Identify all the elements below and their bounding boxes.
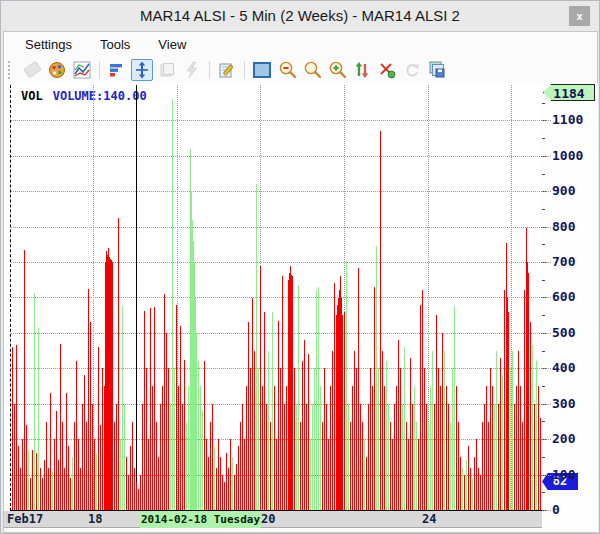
y-axis-minor-tick: [542, 457, 545, 458]
y-grid-stub: [542, 191, 551, 192]
save-image-icon[interactable]: [426, 59, 448, 81]
title-bar[interactable]: MAR14 ALSI - 5 Min (2 Weeks) - MAR14 ALS…: [1, 1, 599, 31]
up-down-arrows-icon[interactable]: [351, 59, 373, 81]
volume-bar: [364, 439, 365, 510]
volume-bar: [492, 386, 493, 510]
volume-bar: [412, 404, 413, 510]
y-grid-stub: [542, 227, 551, 228]
volume-bar: [180, 326, 181, 510]
close-button[interactable]: x: [569, 6, 590, 26]
bar-chart-icon[interactable]: [106, 59, 128, 81]
volume-bar: [116, 404, 117, 510]
y-axis-scale[interactable]: 1184 82 01002003004005006007008009001000…: [542, 83, 598, 513]
undo-icon: [401, 59, 423, 81]
volume-bar: [394, 404, 395, 510]
h-gridline: [11, 156, 542, 157]
volume-bar: [158, 457, 159, 510]
volume-bar: [494, 404, 495, 510]
volume-bar: [274, 386, 275, 510]
volume-bar: [304, 340, 305, 510]
volume-bar: [428, 422, 429, 511]
volume-bar: [242, 404, 243, 510]
volume-bar: [388, 404, 389, 510]
volume-bar: [482, 422, 483, 511]
volume-bar: [310, 439, 311, 510]
volume-bar: [352, 386, 353, 510]
volume-bar: [38, 328, 39, 510]
volume-bar: [188, 386, 189, 510]
volume-bar: [220, 457, 221, 510]
volume-bar: [308, 354, 309, 510]
volume-bar: [124, 404, 125, 510]
toolbar-grip[interactable]: [8, 61, 14, 79]
volume-bar: [486, 386, 487, 510]
volume-bar: [326, 404, 327, 510]
data-points-icon[interactable]: [376, 59, 398, 81]
volume-bar: [234, 475, 235, 510]
palette-icon[interactable]: [46, 59, 68, 81]
volume-bar: [78, 439, 79, 510]
volume-bar: [266, 404, 267, 510]
menu-item-tools[interactable]: Tools: [100, 37, 130, 52]
edit-icon[interactable]: [216, 59, 238, 81]
volume-bar: [346, 261, 347, 510]
volume-bar: [438, 368, 439, 510]
volume-bar: [32, 450, 33, 510]
volume-bar: [128, 475, 129, 510]
price-tag-icon: [21, 59, 43, 81]
y-axis-label: 700: [552, 254, 575, 269]
menu-item-view[interactable]: View: [158, 37, 186, 52]
volume-bar: [86, 422, 87, 511]
volume-bar: [344, 312, 345, 510]
menu-item-settings[interactable]: Settings: [25, 37, 72, 52]
volume-bar: [474, 457, 475, 510]
auto-scale-icon[interactable]: [131, 59, 153, 81]
lightning-icon: [181, 59, 203, 81]
volume-bar: [524, 290, 525, 510]
zoom-box-icon[interactable]: [251, 59, 273, 81]
x-axis-scale[interactable]: 2014-02-18 Tuesday Feb17182024: [4, 511, 542, 528]
volume-bar: [476, 439, 477, 510]
volume-bar: [278, 321, 279, 511]
volume-bar: [138, 489, 139, 510]
volume-bar: [488, 422, 489, 511]
zoom-in-icon[interactable]: [326, 59, 348, 81]
y-axis-minor-tick: [542, 280, 545, 281]
volume-bar: [442, 333, 443, 510]
volume-bar: [228, 468, 229, 511]
volume-bar: [416, 422, 417, 511]
volume-bar: [92, 404, 93, 510]
volume-bar: [362, 422, 363, 511]
volume-bar: [414, 386, 415, 510]
y-axis-minor-tick: [542, 174, 545, 175]
volume-bar: [538, 386, 539, 510]
y-axis-label: 400: [552, 360, 575, 375]
chart-settings-icon[interactable]: [71, 59, 93, 81]
y-grid-stub: [542, 475, 551, 476]
volume-bar: [460, 457, 461, 510]
y-grid-stub: [542, 262, 551, 263]
y-axis-minor-tick: [542, 315, 545, 316]
volume-bar: [218, 439, 219, 510]
volume-bar: [142, 404, 143, 510]
volume-bar: [402, 404, 403, 510]
toolbar-separator: [244, 61, 245, 79]
volume-bar: [56, 411, 57, 510]
y-grid-stub: [542, 439, 551, 440]
zoom-out-icon[interactable]: [276, 59, 298, 81]
volume-bar: [176, 305, 177, 510]
volume-bar: [434, 404, 435, 510]
volume-bar: [40, 468, 41, 511]
volume-bar: [154, 307, 155, 510]
zoom-icon[interactable]: [301, 59, 323, 81]
y-axis-label: 500: [552, 325, 575, 340]
h-gridline: [11, 227, 542, 228]
volume-bar: [400, 368, 401, 510]
volume-bar: [120, 439, 121, 510]
volume-bar: [502, 375, 503, 510]
volume-bar: [48, 468, 49, 511]
volume-bar: [256, 184, 257, 510]
y-axis-label: 0: [552, 502, 560, 517]
volume-bar: [112, 262, 113, 510]
volume-plot[interactable]: VOLVOLUME:140.00: [10, 85, 543, 511]
